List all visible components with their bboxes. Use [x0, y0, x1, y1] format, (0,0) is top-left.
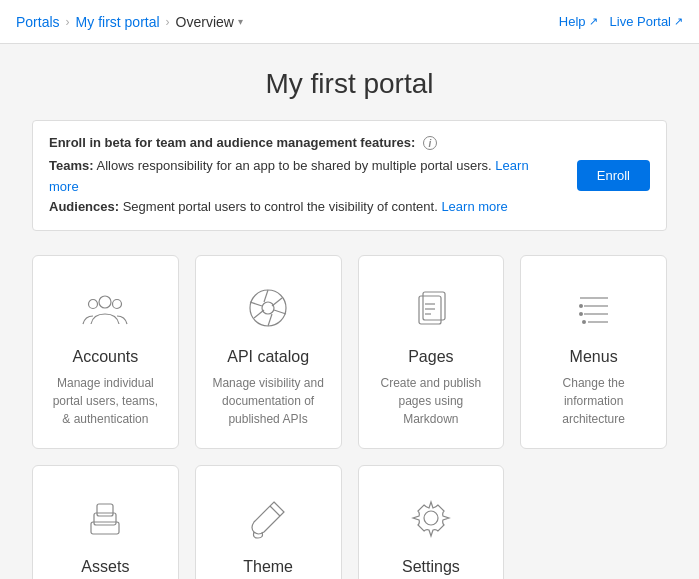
menus-icon — [566, 280, 622, 336]
live-portal-external-icon: ↗ — [674, 15, 683, 28]
settings-icon — [403, 490, 459, 546]
pages-icon — [403, 280, 459, 336]
breadcrumb-current: Overview ▾ — [176, 14, 243, 30]
pages-title: Pages — [408, 348, 453, 366]
svg-line-26 — [270, 506, 280, 516]
audiences-learn-more[interactable]: Learn more — [441, 199, 507, 214]
help-label: Help — [559, 14, 586, 29]
beta-text: Enroll in beta for team and audience man… — [49, 133, 561, 218]
card-accounts[interactable]: Accounts Manage individual portal users,… — [32, 255, 179, 449]
svg-line-7 — [274, 310, 286, 314]
svg-line-10 — [250, 302, 262, 306]
api-catalog-desc: Manage visibility and documentation of p… — [212, 374, 325, 428]
card-assets[interactable]: Assets Manage images and other assets — [32, 465, 179, 579]
svg-point-27 — [424, 511, 438, 525]
assets-title: Assets — [81, 558, 129, 576]
card-pages[interactable]: Pages Create and publish pages using Mar… — [358, 255, 505, 449]
teams-desc: Allows responsibility for an app to be s… — [96, 158, 491, 173]
beta-info-icon[interactable]: i — [423, 136, 437, 150]
topbar: Portals › My first portal › Overview ▾ H… — [0, 0, 699, 44]
topbar-right: Help ↗ Live Portal ↗ — [559, 14, 683, 29]
svg-point-2 — [113, 300, 122, 309]
beta-audiences-line: Audiences: Segment portal users to contr… — [49, 197, 561, 218]
card-empty — [520, 465, 667, 579]
cards-row-1: Accounts Manage individual portal users,… — [32, 255, 667, 449]
beta-banner: Enroll in beta for team and audience man… — [32, 120, 667, 231]
card-api-catalog[interactable]: API catalog Manage visibility and docume… — [195, 255, 342, 449]
card-menus[interactable]: Menus Change the information architectur… — [520, 255, 667, 449]
beta-title: Enroll in beta for team and audience man… — [49, 133, 561, 154]
breadcrumb-portal[interactable]: My first portal — [76, 14, 160, 30]
menus-title: Menus — [570, 348, 618, 366]
accounts-desc: Manage individual portal users, teams, &… — [49, 374, 162, 428]
card-settings[interactable]: Settings Custom scripts, domain, email s… — [358, 465, 505, 579]
breadcrumb-current-label: Overview — [176, 14, 234, 30]
theme-icon — [240, 490, 296, 546]
page-title: My first portal — [32, 68, 667, 100]
svg-line-6 — [272, 298, 282, 306]
theme-title: Theme — [243, 558, 293, 576]
svg-line-8 — [268, 314, 272, 326]
svg-rect-25 — [97, 504, 113, 516]
audiences-label: Audiences: — [49, 199, 119, 214]
breadcrumb-portals[interactable]: Portals — [16, 14, 60, 30]
settings-title: Settings — [402, 558, 460, 576]
accounts-icon — [77, 280, 133, 336]
cards-row-2: Assets Manage images and other assets Th… — [32, 465, 667, 579]
svg-rect-23 — [91, 522, 119, 534]
svg-point-4 — [262, 302, 274, 314]
beta-teams-line: Teams: Allows responsibility for an app … — [49, 156, 561, 198]
svg-line-5 — [264, 290, 268, 302]
breadcrumb-sep-2: › — [166, 15, 170, 29]
main-content: My first portal Enroll in beta for team … — [0, 44, 699, 579]
help-external-icon: ↗ — [589, 15, 598, 28]
accounts-title: Accounts — [72, 348, 138, 366]
breadcrumb: Portals › My first portal › Overview ▾ — [16, 14, 243, 30]
svg-point-21 — [579, 312, 583, 316]
breadcrumb-dropdown-arrow[interactable]: ▾ — [238, 16, 243, 27]
svg-point-22 — [582, 320, 586, 324]
svg-point-20 — [579, 304, 583, 308]
svg-point-3 — [250, 290, 286, 326]
svg-point-1 — [89, 300, 98, 309]
svg-line-9 — [254, 310, 264, 318]
pages-desc: Create and publish pages using Markdown — [375, 374, 488, 428]
teams-label: Teams: — [49, 158, 94, 173]
assets-icon — [77, 490, 133, 546]
api-catalog-title: API catalog — [227, 348, 309, 366]
enroll-button[interactable]: Enroll — [577, 160, 650, 191]
live-portal-label: Live Portal — [610, 14, 671, 29]
audiences-desc: Segment portal users to control the visi… — [123, 199, 438, 214]
live-portal-link[interactable]: Live Portal ↗ — [610, 14, 683, 29]
card-theme[interactable]: Theme Add style with CSS rules — [195, 465, 342, 579]
api-catalog-icon — [240, 280, 296, 336]
breadcrumb-sep-1: › — [66, 15, 70, 29]
help-link[interactable]: Help ↗ — [559, 14, 598, 29]
menus-desc: Change the information architecture — [537, 374, 650, 428]
svg-point-0 — [99, 296, 111, 308]
